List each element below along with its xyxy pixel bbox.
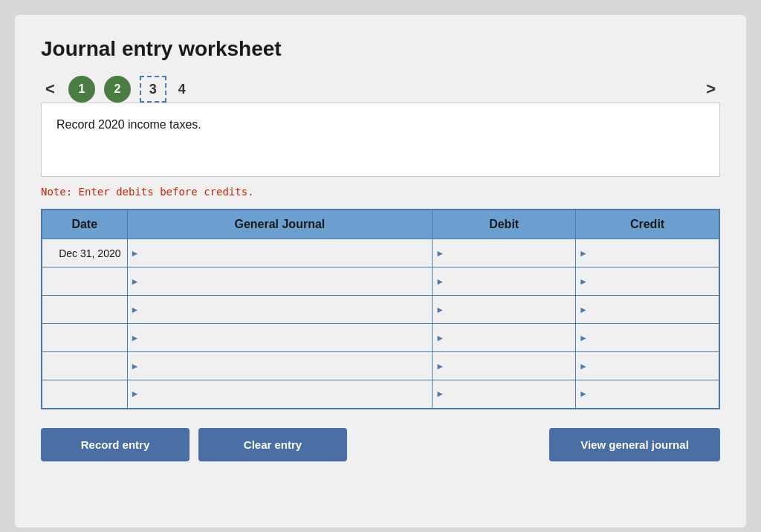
cell-arrow-icon: ► [128, 276, 140, 287]
credit-input-1[interactable] [588, 246, 719, 260]
debit-cell-4[interactable]: ► [433, 324, 576, 352]
header-general-journal: General Journal [127, 210, 433, 239]
credit-arrow-icon: ► [576, 333, 588, 343]
credit-input-3[interactable] [588, 302, 719, 317]
debit-input-6[interactable] [444, 387, 575, 401]
journal-input-4[interactable] [139, 331, 432, 345]
credit-arrow-icon: ► [576, 389, 588, 399]
credit-cell-6[interactable]: ► [576, 380, 719, 409]
credit-cell-2[interactable]: ► [576, 267, 719, 296]
debit-input-5[interactable] [444, 359, 575, 373]
debit-arrow-icon: ► [433, 305, 444, 315]
credit-arrow-icon: ► [576, 248, 588, 259]
credit-cell-4[interactable]: ► [576, 324, 719, 352]
credit-cell-1[interactable]: ► [576, 239, 719, 267]
journal-cell-5[interactable]: ► [127, 352, 433, 380]
debit-arrow-icon: ► [433, 248, 444, 259]
journal-input-6[interactable] [139, 387, 432, 401]
cell-arrow-icon: ► [128, 389, 140, 399]
journal-input-1[interactable] [139, 246, 432, 260]
table-row: ► ► ► [42, 324, 719, 352]
header-debit: Debit [433, 210, 576, 239]
journal-table: Date General Journal Debit Credit Dec 31… [41, 209, 720, 409]
debit-arrow-icon: ► [433, 276, 444, 287]
date-cell-4 [42, 324, 127, 352]
journal-cell-4[interactable]: ► [127, 324, 433, 352]
prev-arrow-button[interactable]: < [41, 78, 59, 100]
step-4-button[interactable]: 4 [175, 80, 189, 99]
cell-arrow-icon: ► [128, 333, 140, 343]
credit-arrow-icon: ► [576, 305, 588, 315]
debit-input-1[interactable] [444, 246, 575, 260]
date-cell-3 [42, 296, 127, 324]
journal-worksheet-container: Journal entry worksheet < 1 2 3 4 > Reco… [15, 15, 746, 528]
header-credit: Credit [576, 210, 719, 239]
journal-input-5[interactable] [139, 359, 432, 373]
credit-arrow-icon: ► [576, 361, 588, 372]
view-general-journal-button[interactable]: View general journal [549, 428, 720, 461]
description-box: Record 2020 income taxes. [41, 103, 720, 177]
cell-arrow-icon: ► [128, 305, 140, 315]
cell-arrow-icon: ► [128, 248, 140, 259]
journal-cell-2[interactable]: ► [127, 267, 433, 296]
date-cell-6 [42, 380, 127, 409]
journal-cell-1[interactable]: ► [127, 239, 433, 267]
debit-cell-3[interactable]: ► [433, 296, 576, 324]
credit-arrow-icon: ► [576, 276, 588, 287]
navigation-bar: < 1 2 3 4 > [41, 76, 720, 103]
date-cell-1: Dec 31, 2020 [42, 239, 127, 267]
cell-arrow-icon: ► [128, 361, 140, 372]
record-entry-button[interactable]: Record entry [41, 428, 190, 461]
credit-cell-5[interactable]: ► [576, 352, 719, 380]
date-cell-2 [42, 267, 127, 296]
credit-input-4[interactable] [588, 331, 719, 345]
step-3-button[interactable]: 3 [140, 76, 166, 103]
credit-cell-3[interactable]: ► [576, 296, 719, 324]
debit-arrow-icon: ► [433, 361, 444, 372]
debit-cell-1[interactable]: ► [433, 239, 576, 267]
debit-arrow-icon: ► [433, 389, 444, 399]
table-row: ► ► ► [42, 267, 719, 296]
table-row: ► ► ► [42, 352, 719, 380]
debit-input-2[interactable] [444, 274, 575, 288]
table-row: ► ► ► [42, 380, 719, 409]
date-cell-5 [42, 352, 127, 380]
next-arrow-button[interactable]: > [702, 78, 720, 100]
debit-input-3[interactable] [444, 302, 575, 317]
debit-cell-6[interactable]: ► [433, 380, 576, 409]
journal-input-3[interactable] [139, 302, 432, 317]
credit-input-6[interactable] [588, 387, 719, 401]
step-2-button[interactable]: 2 [104, 76, 131, 103]
debit-arrow-icon: ► [433, 333, 444, 343]
clear-entry-button[interactable]: Clear entry [198, 428, 347, 461]
debit-cell-2[interactable]: ► [433, 267, 576, 296]
note-text: Note: Enter debits before credits. [41, 186, 720, 198]
debit-input-4[interactable] [444, 331, 575, 345]
debit-cell-5[interactable]: ► [433, 352, 576, 380]
credit-input-5[interactable] [588, 359, 719, 373]
step-1-button[interactable]: 1 [68, 76, 95, 103]
table-row: ► ► ► [42, 296, 719, 324]
description-text: Record 2020 income taxes. [56, 118, 201, 131]
page-title: Journal entry worksheet [41, 37, 720, 61]
table-row: Dec 31, 2020 ► ► ► [42, 239, 719, 267]
journal-cell-3[interactable]: ► [127, 296, 433, 324]
header-date: Date [42, 210, 127, 239]
credit-input-2[interactable] [588, 274, 719, 288]
journal-cell-6[interactable]: ► [127, 380, 433, 409]
buttons-row: Record entry Clear entry View general jo… [41, 428, 720, 461]
journal-input-2[interactable] [139, 274, 432, 288]
